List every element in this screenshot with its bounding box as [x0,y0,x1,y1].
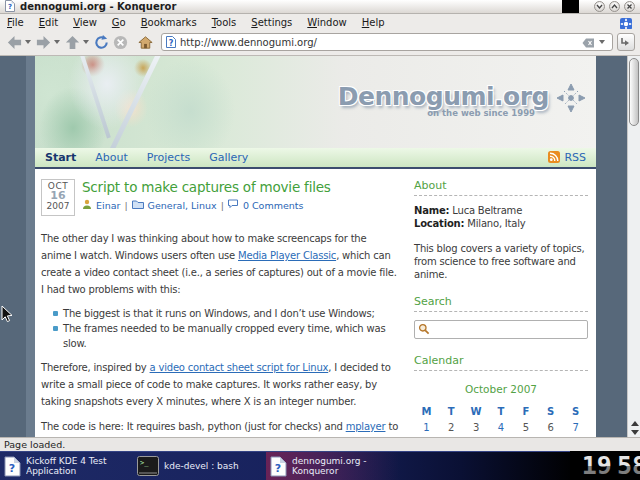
about-name-line: Name: Luca Beltrame [414,204,588,217]
sidebar-column: About Name: Luca Beltrame Location: Mila… [414,179,588,437]
svg-text:?: ? [275,462,281,475]
up-button[interactable] [63,32,82,52]
about-name-value: Luca Beltrame [452,205,522,216]
taskbar-clock[interactable]: 1958 [570,451,640,480]
search-input[interactable] [433,324,584,335]
location-dropdown-icon[interactable] [599,40,605,44]
browser-viewport: Dennogumi.org on the web since 1999 Star… [0,56,627,437]
taskbar-button[interactable]: >_kde-devel : bash [133,452,266,480]
vertical-scrollbar[interactable] [627,56,640,437]
calendar-weekday-1: T [439,405,464,418]
forward-dropdown-icon[interactable] [54,40,60,44]
taskbar-button[interactable]: ?Kickoff KDE 4 Test Application [0,452,133,480]
menu-item-help[interactable]: Help [362,17,385,28]
menu-item-edit[interactable]: Edit [39,17,58,28]
calendar-weekday-4: F [513,405,538,418]
calendar-weekday-3: T [489,405,514,418]
close-button[interactable] [624,1,635,12]
task-button-title: dennogumi.org - Konqueror [292,456,395,476]
menu-bar: FileEditViewGoBookmarksToolsSettingsWind… [0,15,640,29]
menu-item-tools[interactable]: Tools [212,17,237,28]
list-item: The biggest is that it runs on Windows, … [53,306,399,321]
calendar-day-1[interactable]: 1 [414,421,439,434]
nav-link-start[interactable]: Start [45,151,76,164]
menu-item-go[interactable]: Go [112,17,126,28]
calendar-weekday-2: W [464,405,489,418]
meta-separator: | [124,200,127,211]
rss-icon[interactable] [548,148,560,167]
location-bar[interactable]: ? [161,33,613,51]
rss-link[interactable]: RSS [564,151,586,164]
minimize-button[interactable] [594,1,605,12]
menu-item-view[interactable]: View [73,17,97,28]
go-button[interactable] [617,33,635,51]
compass-icon [556,83,586,117]
window-titlebar[interactable]: ? dennogumi.org - Konqueror [0,0,640,14]
question-document-icon: ? [270,456,287,477]
post-categories[interactable]: General, Linux [148,200,217,211]
svg-text:?: ? [9,462,15,475]
close-icon [626,3,633,10]
scroll-down-icon[interactable] [631,430,639,435]
reload-icon [93,34,110,51]
calendar-day-6: 6 [538,421,563,434]
menu-item-bookmarks[interactable]: Bookmarks [141,17,197,28]
comments-icon [228,199,239,211]
inline-link[interactable]: Media Player Classic [238,250,336,261]
inline-link[interactable]: mplayer [346,421,386,432]
inline-link[interactable]: a video contact sheet script for Linux [150,362,329,373]
desktop-screen: ? dennogumi.org - Konqueror FileEditView… [0,0,640,480]
list-item: The frames needed to be manually cropped… [53,321,399,351]
reload-button[interactable] [92,32,111,52]
calendar-weekday-row: MTWTFSS [414,405,588,418]
scrollbar-thumb[interactable] [629,58,639,126]
mouse-cursor [1,305,13,323]
task-button-title: Kickoff KDE 4 Test Application [26,456,129,476]
taskbar-button[interactable]: ?dennogumi.org - Konqueror [266,452,399,480]
url-input[interactable] [180,37,582,48]
question-document-icon: ? [4,456,21,477]
status-bar: Page loaded. [0,437,640,451]
menu-item-settings[interactable]: Settings [251,17,292,28]
about-name-label: Name: [414,205,449,216]
back-dropdown-icon[interactable] [25,40,31,44]
clear-location-icon[interactable] [582,33,595,52]
scroll-up-icon[interactable] [631,421,639,426]
menu-item-window[interactable]: Window [307,17,346,28]
minimize-icon [596,3,603,10]
calendar-day-7[interactable]: 7 [563,421,588,434]
text-segment: The code is here: It requires bash, pyth… [41,421,346,432]
home-icon [137,34,154,51]
taskbar: ?Kickoff KDE 4 Test Application>_kde-dev… [0,451,640,480]
svg-text:?: ? [8,3,12,11]
web-page: Dennogumi.org on the web since 1999 Star… [35,56,596,437]
post-title[interactable]: Script to make captures of movie files [82,179,331,195]
calendar-month: October 2007 [414,383,588,395]
status-text: Page loaded. [4,439,65,450]
forward-button[interactable] [34,32,53,52]
home-button[interactable] [136,32,155,52]
calendar-weekday-0: M [414,405,439,418]
back-button[interactable] [5,32,24,52]
site-header-banner: Dennogumi.org on the web since 1999 [35,56,596,148]
nav-link-gallery[interactable]: Gallery [209,151,248,164]
back-icon [6,34,23,51]
calendar-days: 1234567891011121314151617181920212223242… [414,421,588,437]
search-box[interactable] [414,320,588,339]
post-comments[interactable]: 0 Comments [243,200,304,211]
screen-artifact [562,0,579,13]
stop-button[interactable] [111,32,130,52]
site-logo: Dennogumi.org [338,82,549,111]
nav-link-projects[interactable]: Projects [147,151,190,164]
nav-link-about[interactable]: About [95,151,128,164]
calendar-day-4[interactable]: 4 [489,421,514,434]
maximize-button[interactable] [609,1,620,12]
post-paragraph: The code is here: It requires bash, pyth… [41,418,399,437]
up-dropdown-icon[interactable] [83,40,89,44]
menu-item-file[interactable]: File [7,17,24,28]
post-author[interactable]: Einar [96,200,120,211]
author-icon [82,199,92,211]
clock-shade [582,466,640,480]
panel-splitter[interactable] [26,56,35,437]
post-paragraph: Therefore, inspired by a video contact s… [41,359,399,410]
